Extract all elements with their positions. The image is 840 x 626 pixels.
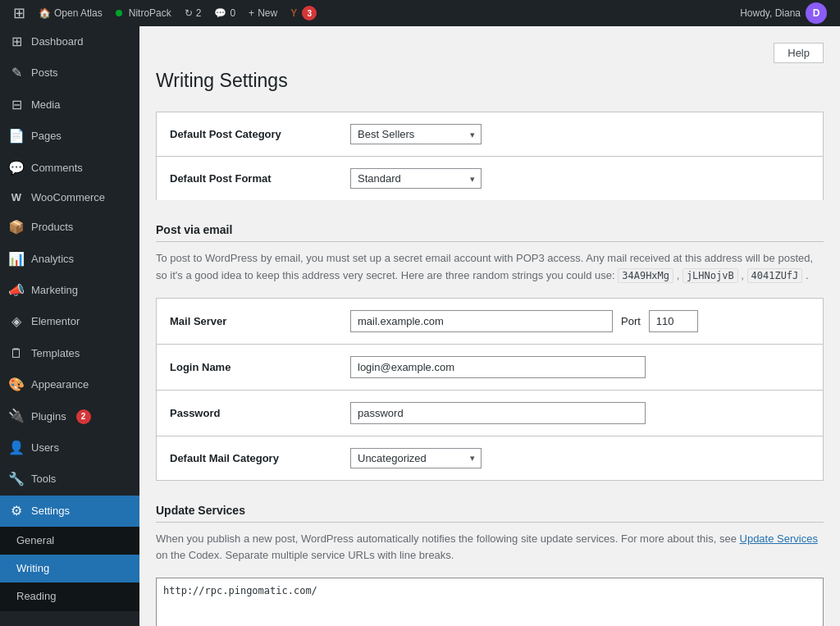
sidebar-item-media[interactable]: ⊟ Media xyxy=(0,89,139,121)
login-name-control xyxy=(350,356,810,378)
sidebar-item-elementor[interactable]: ◈ Elementor xyxy=(0,306,139,337)
random-string-3: 4041ZUfJ xyxy=(747,268,803,283)
default-post-format-select[interactable]: Standard Aside Chat Gallery Image Link Q… xyxy=(350,168,482,189)
sidebar-item-woocommerce[interactable]: W WooCommerce xyxy=(0,184,139,212)
site-name-button[interactable]: 🏠 Open Atlas xyxy=(32,0,109,26)
appearance-icon: 🎨 xyxy=(8,376,25,394)
default-post-category-select[interactable]: Best Sellers Uncategorized Featured xyxy=(350,124,482,144)
mail-server-input-row: Port xyxy=(350,310,810,332)
update-services-description: When you publish a new post, WordPress a… xyxy=(156,531,824,565)
analytics-icon: 📊 xyxy=(8,250,25,268)
sidebar-label-tools: Tools xyxy=(31,472,56,487)
sync-button[interactable]: ↻ 2 xyxy=(178,0,208,26)
templates-icon: 🗒 xyxy=(8,345,25,363)
sidebar-label-templates: Templates xyxy=(31,346,80,361)
posts-icon: ✎ xyxy=(8,64,25,82)
login-name-input[interactable] xyxy=(350,356,646,378)
page-title: Writing Settings xyxy=(156,70,824,92)
sidebar-item-users[interactable]: 👤 Users xyxy=(0,432,139,464)
password-control xyxy=(350,402,810,424)
sidebar-item-dashboard[interactable]: ⊞ Dashboard xyxy=(0,26,139,57)
sidebar-item-plugins[interactable]: 🔌 Plugins 2 xyxy=(0,400,139,432)
port-input[interactable] xyxy=(649,310,698,332)
active-dot xyxy=(116,10,122,16)
comment-count: 0 xyxy=(230,7,235,19)
sidebar-label-elementor: Elementor xyxy=(31,314,80,329)
default-post-format-row: Default Post Format Standard Aside Chat … xyxy=(156,156,824,200)
sidebar-item-marketing[interactable]: 📣 Marketing xyxy=(0,275,139,306)
sidebar-item-appearance[interactable]: 🎨 Appearance xyxy=(0,369,139,400)
yoast-badge: 3 xyxy=(302,6,317,21)
sidebar-sublabel-writing: Writing xyxy=(16,561,49,576)
nitropack-label: NitroPack xyxy=(129,7,171,19)
update-services-link[interactable]: Update Services xyxy=(740,532,818,545)
admin-bar-right: Howdy, Diana D xyxy=(733,0,833,26)
default-post-format-label: Default Post Format xyxy=(170,172,350,185)
default-mail-category-label: Default Mail Category xyxy=(170,452,350,464)
avatar: D xyxy=(806,2,827,24)
wp-logo-button[interactable]: ⊞ xyxy=(7,0,32,26)
plugins-icon: 🔌 xyxy=(8,407,25,425)
sidebar-label-plugins: Plugins xyxy=(31,409,66,424)
post-via-email-description: To post to WordPress by email, you must … xyxy=(156,250,824,285)
help-button-area: Help xyxy=(156,43,824,63)
marketing-icon: 📣 xyxy=(8,281,25,299)
main-layout: ⊞ Dashboard ✎ Posts ⊟ Media 📄 Pages 💬 Co… xyxy=(0,26,840,626)
update-services-heading: Update Services xyxy=(156,504,824,523)
update-services-desc1: When you publish a new post, WordPress a… xyxy=(156,532,737,545)
settings-submenu: General Writing Reading xyxy=(0,527,139,611)
sidebar-item-analytics[interactable]: 📊 Analytics xyxy=(0,244,139,275)
sidebar-subitem-reading[interactable]: Reading xyxy=(0,583,139,610)
mail-server-label: Mail Server xyxy=(170,315,350,327)
sidebar-subitem-general[interactable]: General xyxy=(0,527,139,555)
sidebar-item-pages[interactable]: 📄 Pages xyxy=(0,121,139,152)
sidebar-label-dashboard: Dashboard xyxy=(31,34,84,49)
sidebar-item-posts[interactable]: ✎ Posts xyxy=(0,57,139,89)
default-post-category-select-wrapper: Best Sellers Uncategorized Featured xyxy=(350,124,482,144)
elementor-icon: ◈ xyxy=(8,313,25,331)
sidebar-item-templates[interactable]: 🗒 Templates xyxy=(0,338,139,369)
sidebar-item-settings[interactable]: ⚙ Settings xyxy=(0,496,139,527)
mail-server-input[interactable] xyxy=(350,310,613,332)
sidebar-label-pages: Pages xyxy=(31,129,62,144)
main-content: Help Writing Settings Default Post Categ… xyxy=(139,26,840,626)
sidebar-label-settings: Settings xyxy=(31,504,70,519)
sync-count: 2 xyxy=(196,7,202,19)
yoast-button[interactable]: Y 3 xyxy=(284,0,323,26)
password-input[interactable] xyxy=(350,402,646,424)
sidebar-label-woocommerce: WooCommerce xyxy=(31,190,105,205)
update-services-textarea[interactable]: http://rpc.pingomatic.com/ xyxy=(156,578,824,626)
sidebar-item-tools[interactable]: 🔧 Tools xyxy=(0,464,139,495)
default-mail-category-control: Uncategorized Featured Best Sellers xyxy=(350,448,810,468)
writing-settings-form: Default Post Category Best Sellers Uncat… xyxy=(156,112,824,626)
user-menu-button[interactable]: Howdy, Diana D xyxy=(733,0,833,26)
password-row: Password xyxy=(156,390,824,436)
sidebar-label-users: Users xyxy=(31,441,59,455)
default-post-category-label: Default Post Category xyxy=(170,128,350,140)
nitropack-button[interactable]: NitroPack xyxy=(109,0,178,26)
new-button[interactable]: + New xyxy=(242,0,284,26)
dashboard-icon: ⊞ xyxy=(8,33,25,51)
mail-server-row: Mail Server Port xyxy=(156,298,824,344)
help-button[interactable]: Help xyxy=(774,43,824,63)
plus-icon: + xyxy=(249,7,254,19)
login-name-row: Login Name xyxy=(156,344,824,390)
login-name-label: Login Name xyxy=(170,361,350,373)
password-label: Password xyxy=(170,407,350,419)
sidebar-label-products: Products xyxy=(31,220,73,235)
default-post-format-select-wrapper: Standard Aside Chat Gallery Image Link Q… xyxy=(350,168,482,189)
sidebar-label-analytics: Analytics xyxy=(31,252,74,267)
default-post-category-control: Best Sellers Uncategorized Featured xyxy=(350,124,810,144)
wp-logo-icon: ⊞ xyxy=(13,4,25,22)
default-post-format-control: Standard Aside Chat Gallery Image Link Q… xyxy=(350,168,810,189)
default-mail-category-select[interactable]: Uncategorized Featured Best Sellers xyxy=(350,448,482,468)
home-icon: 🏠 xyxy=(39,7,51,19)
sidebar-subitem-writing[interactable]: Writing xyxy=(0,555,139,583)
pages-icon: 📄 xyxy=(8,127,25,145)
sidebar-item-products[interactable]: 📦 Products xyxy=(0,212,139,243)
port-label: Port xyxy=(621,315,641,327)
sidebar-label-comments: Comments xyxy=(31,161,83,176)
products-icon: 📦 xyxy=(8,218,25,236)
comments-button[interactable]: 💬 0 xyxy=(208,0,242,26)
sidebar-item-comments[interactable]: 💬 Comments xyxy=(0,153,139,184)
